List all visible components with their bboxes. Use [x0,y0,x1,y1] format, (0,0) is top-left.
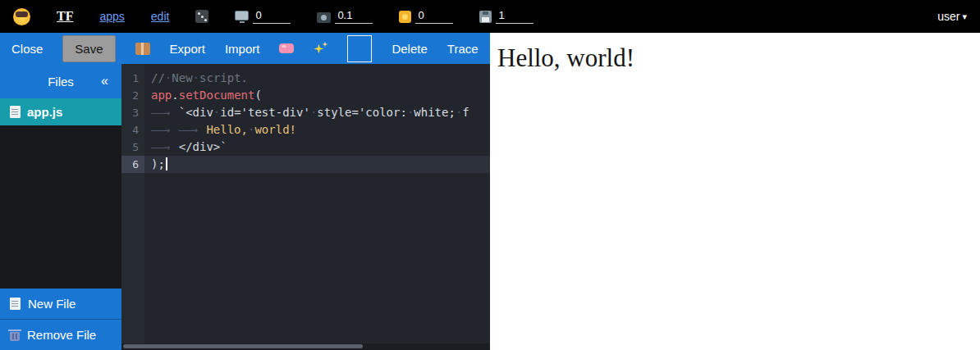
new-file-icon [10,298,21,310]
file-icon [10,106,21,118]
empty-slot-button[interactable] [347,35,372,62]
code-token: · [193,71,199,84]
code-token: script. [199,71,248,84]
files-header: Files « [0,64,121,98]
code-token: <div [185,106,213,119]
collapse-sidebar-button[interactable]: « [101,74,108,89]
floppy-disk-icon [479,11,492,23]
user-menu-label: user [937,10,959,23]
app-logo-emoji [13,8,30,25]
export-button[interactable]: Export [170,42,205,56]
code-line[interactable]: //·New·script. [144,70,490,87]
code-token: white; [414,106,456,119]
horizontal-scrollbar[interactable] [121,343,490,350]
code-line[interactable]: app.setDocument( [144,87,490,104]
brand-link[interactable]: TF [57,9,73,24]
ide-pane: Close Save Export Import Delete Trace [0,33,490,350]
code-line[interactable]: ); [144,156,490,173]
nav-link-edit[interactable]: edit [151,10,170,23]
new-file-label: New File [28,297,76,311]
trace-button[interactable]: Trace [447,42,479,56]
line-number[interactable]: 3 [121,104,144,121]
remove-file-button[interactable]: Remove File [0,319,121,350]
stat-money: 0 [399,10,453,24]
soap-icon [279,43,294,53]
line-number[interactable]: 1 [121,70,144,87]
camera-icon [317,12,331,23]
code-token: setDocument [179,89,255,102]
stat-camera-value[interactable]: 0.1 [335,10,373,24]
stat-money-value[interactable]: 0 [415,10,453,24]
remove-file-label: Remove File [27,328,96,342]
sparkles-button[interactable] [314,42,327,56]
app-window: TF apps edit 0 0.1 0 1 user ▾ Close [0,0,980,350]
package-icon [135,43,150,55]
code-token: ` [179,106,185,119]
code-line[interactable]: ——→`<div·id='test-div'·style='color:·whi… [144,104,490,121]
stat-monitor-value[interactable]: 0 [253,10,291,24]
stat-floppy: 1 [479,10,534,24]
line-number[interactable]: 2 [121,87,144,104]
code-token: style='color: [317,106,407,119]
code-token: </div>` [179,140,227,153]
code-token: ——→ [151,139,179,156]
chevron-down-icon: ▾ [962,11,967,22]
close-button[interactable]: Close [11,42,43,56]
delete-button[interactable]: Delete [392,42,427,56]
stat-monitor: 0 [235,10,291,24]
user-menu[interactable]: user ▾ [937,10,967,23]
stat-floppy-value[interactable]: 1 [496,10,534,24]
code-token: f [462,106,469,119]
editor-toolbar: Close Save Export Import Delete Trace [0,33,490,64]
code-token: New [172,71,192,84]
sidebar-spacer [0,125,121,289]
trash-icon [10,332,20,341]
code-editor[interactable]: 123456 //·New·script.app.setDocument(——→… [121,64,490,350]
money-icon [399,11,411,23]
code-token: . [172,89,178,102]
code-token: id='test-div' [220,106,310,119]
sparkles-icon [314,42,327,56]
code-token: ); [151,157,165,170]
import-button[interactable]: Import [225,42,260,56]
soap-button[interactable] [279,43,294,53]
new-file-button[interactable]: New File [0,289,121,319]
code-token: // [151,71,165,84]
save-button[interactable]: Save [62,35,115,62]
line-number[interactable]: 5 [121,139,144,156]
line-number[interactable]: 4 [121,121,144,139]
stat-camera: 0.1 [317,10,373,24]
file-name: app.js [27,105,62,119]
code-token: ——→ [151,121,179,139]
code-token: world! [254,123,296,136]
scrollbar-thumb[interactable] [123,344,363,348]
gutter: 123456 [121,64,144,350]
main-area: Close Save Export Import Delete Trace [0,33,980,350]
package-button[interactable] [135,43,150,55]
code-token: app [151,89,172,102]
preview-text: Hello, world! [497,43,980,73]
code-token: ( [254,89,261,102]
nav-link-apps[interactable]: apps [99,10,124,23]
code-line[interactable]: ——→——→Hello,·world! [144,121,490,139]
code-token: Hello, [206,123,248,136]
code-lines[interactable]: //·New·script.app.setDocument(——→`<div·i… [144,64,490,350]
file-item-appjs[interactable]: app.js [0,98,121,125]
code-token: ——→ [151,104,179,121]
files-title: Files [48,75,74,89]
code-line[interactable]: ——→</div>` [144,139,490,156]
app-preview: Hello, world! [490,33,980,350]
text-cursor [166,157,167,170]
workspace: Files « app.js New File Remove File [0,64,490,350]
files-sidebar: Files « app.js New File Remove File [0,64,121,350]
topbar: TF apps edit 0 0.1 0 1 user ▾ [0,0,980,33]
monitor-icon [235,11,249,20]
code-token: ——→ [179,121,207,139]
line-number[interactable]: 6 [121,156,144,173]
dice-icon[interactable] [195,10,208,23]
